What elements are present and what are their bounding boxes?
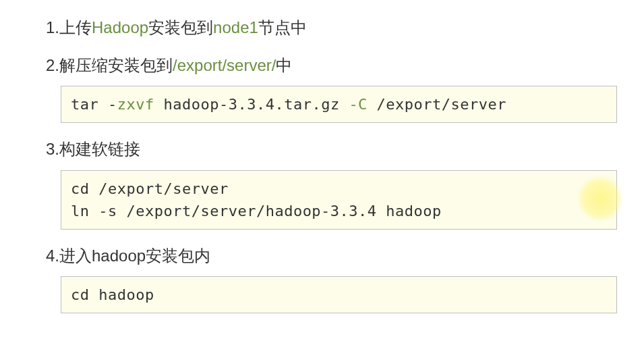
step-num: 1. (46, 16, 59, 39)
step-num: 4. (46, 244, 59, 267)
text-part: 进入hadoop安装包内 (59, 246, 210, 265)
code-flag: zxvf (117, 96, 154, 113)
step-2: 2. 解压缩安装包到/export/server/中 tar -zxvf had… (46, 54, 617, 124)
code-line: ln -s /export/server/hadoop-3.3.4 hadoop (71, 203, 442, 219)
step-3-heading: 3. 构建软链接 (46, 138, 617, 161)
code-block-symlink: cd /export/server ln -s /export/server/h… (61, 170, 617, 230)
code-text: tar - (71, 96, 117, 113)
step-4: 4. 进入hadoop安装包内 cd hadoop (46, 244, 617, 314)
step-1: 1. 上传Hadoop安装包到node1节点中 (46, 16, 617, 39)
code-text: /export/server (368, 96, 506, 113)
step-4-heading: 4. 进入hadoop安装包内 (46, 244, 617, 267)
step-3: 3. 构建软链接 cd /export/server ln -s /export… (46, 138, 617, 230)
text-part-highlight: node1 (213, 18, 258, 36)
step-1-heading: 1. 上传Hadoop安装包到node1节点中 (46, 16, 617, 39)
step-num: 3. (46, 138, 59, 161)
text-part: 上传 (59, 18, 92, 36)
code-text: hadoop-3.3.4.tar.gz (154, 96, 349, 113)
code-block-extract: tar -zxvf hadoop-3.3.4.tar.gz -C /export… (61, 86, 617, 123)
instruction-list: 1. 上传Hadoop安装包到node1节点中 2. 解压缩安装包到/expor… (0, 16, 644, 313)
step-2-heading: 2. 解压缩安装包到/export/server/中 (46, 54, 617, 77)
code-line: cd hadoop (71, 286, 154, 303)
text-part: 安装包到 (148, 18, 213, 36)
code-line: cd /export/server (71, 180, 229, 197)
text-part-highlight: /export/server/ (173, 56, 276, 74)
code-flag: -C (349, 96, 368, 113)
text-part: 构建软链接 (59, 140, 140, 158)
text-part: 解压缩安装包到 (59, 56, 173, 74)
text-part: 节点中 (258, 18, 307, 36)
text-part-highlight: Hadoop (92, 18, 148, 36)
text-part: 中 (276, 56, 292, 74)
step-num: 2. (46, 54, 59, 77)
code-block-cd: cd hadoop (61, 276, 617, 313)
